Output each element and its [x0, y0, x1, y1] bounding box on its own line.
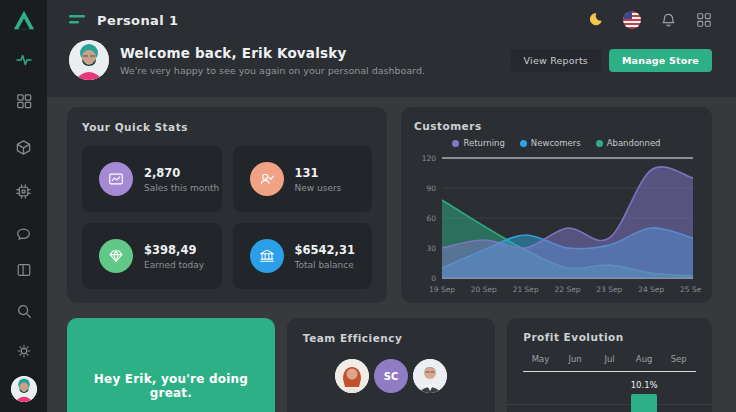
team-member-avatar[interactable]: [413, 359, 447, 393]
app-logo[interactable]: [12, 8, 36, 32]
search-icon: [16, 303, 32, 319]
legend-item[interactable]: Returning: [452, 138, 504, 148]
stat-tile-balance[interactable]: $6542,31 Total balance: [233, 223, 373, 289]
bell-notifications-icon[interactable]: [660, 12, 677, 29]
us-flag-language-icon[interactable]: [623, 11, 641, 29]
stat-tile-new-users[interactable]: 131 New users: [233, 146, 373, 212]
svg-text:30: 30: [426, 244, 436, 253]
stat-label: Total balance: [295, 260, 355, 270]
dashboard-page: Personal 1: [0, 0, 736, 412]
topbar: Personal 1: [69, 9, 712, 31]
stat-value: 131: [295, 166, 342, 180]
month-tab[interactable]: Sep: [661, 354, 696, 364]
sidebar-item-system[interactable]: [12, 179, 36, 203]
header: Personal 1: [47, 0, 736, 97]
sidebar-item-layout[interactable]: [12, 258, 36, 282]
menu-icon[interactable]: [69, 13, 86, 27]
content: Your Quick Stats 2,870 Sales this month: [47, 97, 736, 412]
manage-store-button[interactable]: Manage Store: [609, 49, 712, 72]
svg-text:19 Sep: 19 Sep: [429, 285, 455, 294]
stat-value: $6542,31: [295, 243, 355, 257]
sidebar-item-messages[interactable]: [12, 222, 36, 246]
stat-label: Earned today: [144, 260, 204, 270]
greeting-card[interactable]: Hey Erik, you're doing great. Start usin…: [67, 318, 275, 412]
dashboard-grid-icon: [16, 93, 32, 109]
greeting-title: Hey Erik, you're doing great.: [81, 372, 261, 400]
cpu-icon: [15, 183, 32, 200]
svg-text:23 Sep: 23 Sep: [596, 285, 622, 294]
stat-value: 2,870: [144, 166, 219, 180]
stat-tile-earned[interactable]: $398,49 Earned today: [82, 223, 222, 289]
customers-card: Customers ReturningNewcomersAbandonned 0…: [401, 107, 712, 303]
profit-bar-value: 10.1%: [631, 380, 658, 390]
legend-label: Abandonned: [607, 138, 661, 148]
team-member-avatar[interactable]: [335, 359, 369, 393]
user-check-icon: [250, 162, 284, 196]
flag-canton: [623, 11, 632, 19]
profit-bar-chart: 10.1%: [523, 374, 696, 412]
profile-avatar-image: [11, 376, 37, 402]
chart-icon: [99, 162, 133, 196]
welcome-texts: Welcome back, Erik Kovalsky We're very h…: [120, 45, 425, 76]
topbar-actions: [586, 11, 712, 29]
month-tab[interactable]: Jun: [558, 354, 593, 364]
stat-texts: 2,870 Sales this month: [144, 166, 219, 193]
month-tab[interactable]: Aug: [627, 354, 662, 364]
legend-dot-icon: [596, 140, 603, 147]
team-member-woman-image: [335, 359, 369, 393]
welcome-subtitle: We're very happy to see you again on you…: [120, 65, 425, 76]
view-reports-button[interactable]: View Reports: [511, 49, 601, 72]
svg-text:60: 60: [426, 214, 436, 223]
logo-triangle-icon: [12, 8, 36, 32]
stat-value: $398,49: [144, 243, 204, 257]
svg-text:90: 90: [426, 184, 436, 193]
package-icon: [15, 139, 32, 156]
quick-stats-title: Your Quick Stats: [82, 121, 372, 133]
svg-text:120: 120: [422, 154, 437, 163]
profit-evolution-card: Profit Evolution May Jun Jul Aug Sep 10.…: [507, 318, 712, 412]
profit-months-row: May Jun Jul Aug Sep: [523, 354, 696, 364]
legend-dot-icon: [520, 140, 527, 147]
svg-text:24 Sep: 24 Sep: [638, 285, 664, 294]
months-underline: [523, 371, 696, 372]
sidebar-item-activity[interactable]: [12, 48, 36, 72]
stat-tile-sales[interactable]: 2,870 Sales this month: [82, 146, 222, 212]
welcome-row: Welcome back, Erik Kovalsky We're very h…: [69, 40, 712, 80]
quick-stats-card: Your Quick Stats 2,870 Sales this month: [67, 107, 387, 303]
settings-gear-icon: [16, 343, 32, 359]
team-efficiency-title: Team Efficiency: [303, 332, 479, 344]
moon-dark-mode-icon[interactable]: [586, 11, 604, 29]
workspace-title: Personal 1: [97, 13, 178, 28]
svg-text:0: 0: [431, 274, 436, 283]
customers-title: Customers: [414, 120, 699, 132]
legend-dot-icon: [452, 140, 459, 147]
sidebar-item-search[interactable]: [12, 299, 36, 323]
svg-text:21 Sep: 21 Sep: [513, 285, 539, 294]
sidebar-item-products[interactable]: [12, 135, 36, 159]
sidebar-item-settings[interactable]: [12, 339, 36, 363]
profit-evolution-title: Profit Evolution: [523, 331, 696, 343]
team-member-man-image: [413, 359, 447, 393]
stat-texts: $398,49 Earned today: [144, 243, 204, 270]
user-avatar[interactable]: [69, 40, 109, 80]
legend-label: Returning: [463, 138, 504, 148]
bottom-cards-row: Hey Erik, you're doing great. Start usin…: [67, 318, 712, 412]
month-tab[interactable]: Jul: [592, 354, 627, 364]
profit-bar[interactable]: [631, 394, 657, 412]
apps-grid-icon[interactable]: [696, 12, 712, 28]
legend-item[interactable]: Newcomers: [520, 138, 581, 148]
sidebar-profile-avatar[interactable]: [11, 376, 37, 402]
chat-icon: [15, 226, 32, 243]
bank-icon: [250, 239, 284, 273]
customers-legend: ReturningNewcomersAbandonned: [414, 138, 699, 148]
welcome-title: Welcome back, Erik Kovalsky: [120, 45, 425, 61]
header-actions: View Reports Manage Store: [511, 49, 712, 72]
team-avatars: SC: [303, 359, 479, 393]
legend-item[interactable]: Abandonned: [596, 138, 661, 148]
user-avatar-image: [69, 40, 109, 80]
team-member-initials[interactable]: SC: [374, 359, 408, 393]
month-tab[interactable]: May: [523, 354, 558, 364]
sidebar-item-dashboard[interactable]: [12, 89, 36, 113]
stat-texts: 131 New users: [295, 166, 342, 193]
sidebar: [0, 0, 47, 412]
